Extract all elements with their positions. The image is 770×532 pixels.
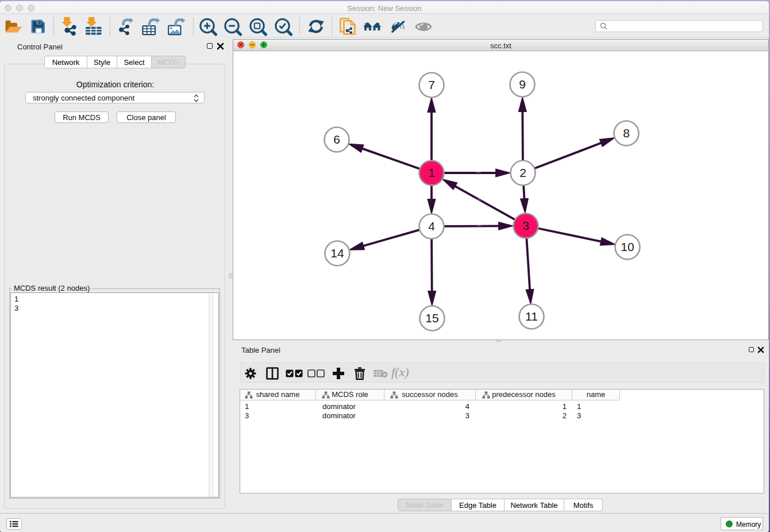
svg-text:3: 3 — [522, 219, 529, 232]
svg-text:6: 6 — [333, 133, 340, 146]
svg-text:10: 10 — [621, 240, 634, 253]
svg-text:14: 14 — [330, 246, 344, 260]
svg-text:7: 7 — [428, 78, 435, 91]
svg-text:2: 2 — [519, 166, 526, 179]
svg-text:11: 11 — [525, 310, 538, 323]
svg-text:9: 9 — [519, 78, 526, 91]
svg-text:1: 1 — [428, 166, 435, 179]
svg-text:15: 15 — [425, 311, 438, 325]
svg-text:8: 8 — [623, 126, 630, 140]
svg-text:4: 4 — [428, 219, 435, 233]
